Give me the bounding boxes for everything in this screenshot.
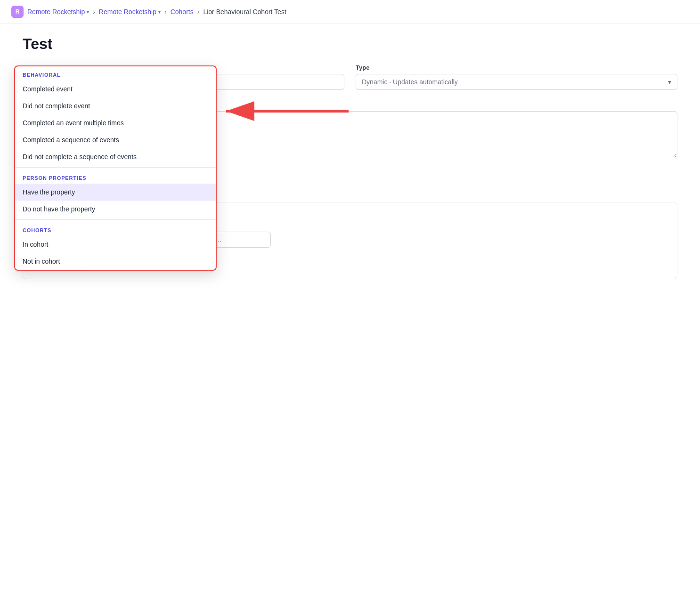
dropdown-item-did-not-complete-event[interactable]: Did not complete event	[15, 97, 216, 114]
person-properties-section-header: PERSON PROPERTIES	[15, 169, 216, 184]
type-group: Type Dynamic · Updates automatically ▾	[356, 64, 677, 90]
breadcrumb-cohorts[interactable]: Cohorts	[171, 8, 194, 16]
main-content: Test Na Type Dynamic · Updates automatic…	[0, 24, 700, 298]
dropdown-item-did-not-complete-sequence[interactable]: Did not complete a sequence of events	[15, 148, 216, 165]
type-select[interactable]: Dynamic · Updates automatically ▾	[356, 74, 677, 90]
breadcrumb-company2[interactable]: Remote Rocketship ▾	[99, 8, 161, 16]
page-title: Test	[23, 35, 677, 53]
dropdown-item-completed-event[interactable]: Completed event	[15, 81, 216, 97]
cohorts-section-header: COHORTS	[15, 222, 216, 236]
dropdown-item-completed-sequence[interactable]: Completed a sequence of events	[15, 131, 216, 148]
breadcrumb-sep3: ›	[197, 8, 200, 16]
breadcrumb-bar: R Remote Rocketship ▾ › Remote Rocketshi…	[0, 0, 700, 24]
dropdown-divider-1	[15, 167, 216, 168]
company1-dropdown-arrow: ▾	[87, 9, 89, 15]
criteria-dropdown: BEHAVIORAL Completed event Did not compl…	[14, 65, 217, 271]
annotation-arrow	[217, 97, 358, 127]
type-select-arrow: ▾	[668, 78, 671, 86]
company-avatar: R	[11, 6, 24, 18]
breadcrumb-page-title: Lior Behavioural Cohort Test	[203, 8, 286, 16]
breadcrumb-sep1: ›	[93, 8, 95, 16]
company2-dropdown-arrow: ▾	[158, 9, 161, 15]
dropdown-item-not-in-cohort[interactable]: Not in cohort	[15, 253, 216, 270]
breadcrumb-sep2: ›	[164, 8, 167, 16]
dropdown-divider-2	[15, 219, 216, 220]
dropdown-item-completed-multiple-times[interactable]: Completed an event multiple times	[15, 114, 216, 131]
dropdown-item-do-not-have-property[interactable]: Do not have the property	[15, 201, 216, 218]
breadcrumb-company1[interactable]: Remote Rocketship ▾	[27, 8, 89, 16]
dropdown-item-in-cohort[interactable]: In cohort	[15, 236, 216, 253]
type-label: Type	[356, 64, 677, 71]
behavioral-section-header: BEHAVIORAL	[15, 66, 216, 81]
dropdown-item-have-property[interactable]: Have the property	[15, 184, 216, 201]
